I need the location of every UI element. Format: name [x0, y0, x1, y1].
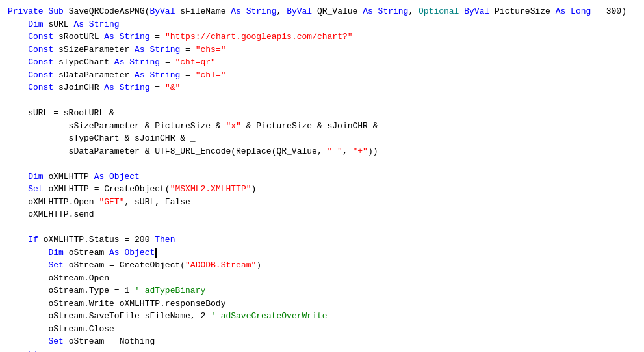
token-kw: String — [129, 57, 160, 67]
code-line: Set oStream = CreateObject("ADODB.Stream… — [8, 259, 636, 272]
token-cmt: ' adTypeBinary — [135, 286, 205, 295]
token-plain: QR_Value — [312, 7, 363, 16]
token-plain: oStream.Close — [8, 324, 114, 334]
token-kw: Dim — [28, 20, 43, 29]
token-kw: ByVal — [464, 7, 489, 16]
code-line: sDataParameter & UTF8_URL_Encode(Replace… — [8, 145, 636, 158]
token-plain — [84, 20, 89, 29]
token-plain: PictureSize — [489, 7, 555, 16]
token-kw: Then — [155, 235, 175, 245]
token-str: "GET" — [99, 197, 124, 207]
code-line: sURL = sRootURL & _ — [8, 107, 636, 120]
token-kw: Dim — [28, 172, 43, 182]
token-kw: As — [73, 20, 84, 29]
token-kw: ByVal — [287, 7, 312, 16]
code-line: Dim oStream As Object — [8, 247, 636, 260]
token-kw: String — [120, 83, 150, 92]
token-kw: Const — [28, 57, 53, 67]
token-plain: , — [342, 146, 353, 156]
code-line: Else — [8, 348, 636, 353]
token-kw: Dim — [48, 248, 63, 258]
code-line: oStream.Write oXMLHTTP.responseBody — [8, 297, 636, 310]
code-editor: Private Sub SaveQRCodeAsPNG(ByVal sFileN… — [0, 0, 644, 352]
token-kw: As — [104, 32, 114, 42]
token-plain: oXMLHTTP.Open — [8, 197, 99, 207]
token-plain: oXMLHTTP = CreateObject( — [44, 184, 170, 194]
code-line: Const sTypeChart As String = "cht=qr" — [8, 56, 636, 69]
code-line: If oXMLHTTP.Status = 200 Then — [8, 234, 636, 247]
token-opt: Optional — [419, 7, 459, 16]
token-plain — [8, 336, 48, 346]
token-plain: = — [180, 70, 195, 80]
token-plain — [373, 7, 378, 16]
code-line: Const sJoinCHR As String = "&" — [8, 81, 636, 94]
token-kw: Set — [48, 260, 63, 270]
token-plain: ) — [256, 260, 261, 270]
token-plain — [8, 349, 28, 353]
token-plain: sURL = sRootURL & _ — [8, 108, 124, 118]
code-line — [8, 94, 636, 107]
code-line: oStream.Open — [8, 272, 636, 285]
token-kw: Long — [571, 7, 591, 16]
code-line: Dim oXMLHTTP As Object — [8, 170, 636, 183]
token-plain — [8, 184, 28, 194]
token-str: "MSXML2.XMLHTTP" — [170, 184, 251, 194]
token-str: "ADODB.Stream" — [185, 260, 256, 270]
code-line: oStream.SaveToFile sFileName, 2 ' adSave… — [8, 310, 636, 323]
code-line: Const sDataParameter As String = "chl=" — [8, 69, 636, 82]
token-plain: oStream.Open — [8, 273, 109, 283]
token-plain — [114, 83, 120, 92]
token-kw: As — [231, 7, 241, 16]
token-kw: Const — [28, 45, 53, 55]
token-kw: If — [28, 235, 38, 245]
token-kw: As — [94, 172, 105, 182]
token-plain — [241, 7, 246, 16]
code-line: oStream.Close — [8, 323, 636, 336]
token-kw: Set — [28, 184, 43, 194]
token-plain — [8, 172, 28, 182]
token-str: " " — [327, 146, 342, 156]
token-plain: sFileName — [175, 7, 231, 16]
token-plain — [565, 7, 571, 16]
token-kw: Private — [8, 7, 44, 16]
token-plain — [8, 70, 28, 80]
token-plain: oStream.Type = 1 — [8, 286, 135, 295]
token-plain: = — [149, 83, 164, 92]
code-line — [8, 221, 636, 234]
token-kw: As — [556, 7, 566, 16]
token-plain: SaveQRCodeAsPNG( — [64, 7, 150, 16]
token-plain: oStream = Nothing — [64, 336, 155, 346]
token-str: "cht=qr" — [175, 57, 216, 67]
token-kw: String — [378, 7, 409, 16]
token-kw: ByVal — [149, 7, 175, 16]
token-kw: String — [120, 32, 150, 42]
code-line: Dim sURL As String — [8, 18, 636, 31]
token-plain: sRootURL — [53, 32, 104, 42]
token-plain: sTypeChart — [53, 57, 114, 67]
token-kw: Const — [28, 32, 53, 42]
token-plain: = — [180, 45, 195, 55]
token-kw: As — [114, 57, 125, 67]
token-plain — [8, 32, 28, 42]
token-kw: String — [89, 20, 120, 29]
token-kw: As — [363, 7, 373, 16]
token-plain — [114, 32, 120, 42]
token-kw: As — [104, 83, 114, 92]
token-plain — [8, 260, 48, 270]
token-str: "x" — [225, 121, 240, 131]
code-line: Private Sub SaveQRCodeAsPNG(ByVal sFileN… — [8, 5, 636, 18]
token-kw: String — [149, 45, 180, 55]
token-str: "https://chart.googleapis.com/chart?" — [165, 32, 353, 42]
token-plain — [104, 172, 109, 182]
token-kw: Object — [109, 172, 140, 182]
token-plain — [8, 45, 28, 55]
token-plain: = — [149, 32, 164, 42]
code-line: sTypeChart & sJoinCHR & _ — [8, 132, 636, 145]
token-plain: oXMLHTTP — [44, 172, 94, 182]
token-plain: oStream.SaveToFile sFileName, 2 — [8, 311, 211, 321]
token-plain — [8, 57, 28, 67]
code-line: Set oXMLHTTP = CreateObject("MSXML2.XMLH… — [8, 183, 636, 196]
token-cmt: ' adSaveCreateOverWrite — [211, 311, 327, 321]
token-plain: sTypeChart & sJoinCHR & _ — [8, 133, 196, 143]
token-plain: sURL — [44, 20, 74, 29]
